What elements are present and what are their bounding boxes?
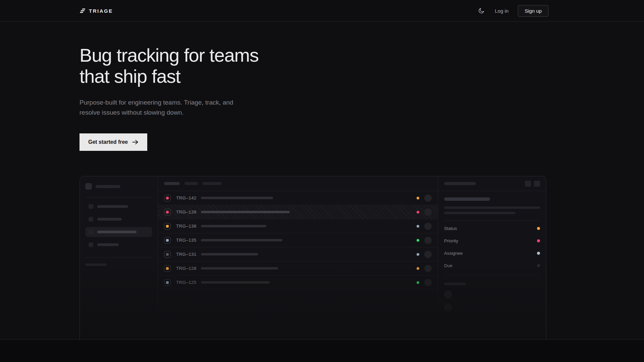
moon-icon bbox=[478, 7, 485, 14]
issue-title-skeleton bbox=[444, 197, 490, 201]
issue-title-skeleton bbox=[201, 211, 290, 213]
assignee-avatar bbox=[424, 237, 432, 244]
issue-row: TRG–142 bbox=[158, 191, 438, 205]
mockup-sidebar bbox=[80, 176, 158, 340]
status-dot bbox=[417, 267, 419, 270]
detail-field-row: Assignee bbox=[444, 247, 540, 259]
issue-row: TRG–139 bbox=[158, 205, 438, 219]
issue-id: TRG–128 bbox=[176, 266, 197, 271]
issue-type-icon bbox=[164, 251, 171, 258]
logo-icon bbox=[79, 8, 86, 14]
field-label: Due bbox=[444, 263, 452, 268]
field-label: Assignee bbox=[444, 251, 463, 256]
description-skeleton bbox=[444, 212, 516, 214]
hero-subtitle: Purpose-built for engineering teams. Tri… bbox=[79, 98, 233, 118]
logo[interactable]: TRIAGE bbox=[79, 0, 113, 21]
signup-button[interactable]: Sign up bbox=[518, 5, 548, 17]
panel-title-skeleton bbox=[444, 182, 476, 185]
issue-id: TRG–131 bbox=[176, 252, 197, 257]
issue-list-column: TRG–142 TRG–139 TRG–138 TRG–135 TRG–131 bbox=[158, 176, 438, 340]
nav-label-skeleton bbox=[97, 231, 137, 233]
nav-label-skeleton bbox=[97, 218, 122, 221]
issue-title-skeleton bbox=[201, 253, 258, 255]
status-dot bbox=[417, 253, 419, 256]
status-dot bbox=[417, 211, 419, 214]
issue-title-skeleton bbox=[201, 239, 282, 241]
issue-id: TRG–142 bbox=[176, 195, 197, 200]
issue-list: TRG–142 TRG–139 TRG–138 TRG–135 TRG–131 bbox=[158, 191, 438, 290]
sidebar-nav-item-active bbox=[85, 227, 152, 237]
brand-name: TRIAGE bbox=[89, 8, 113, 14]
status-dot bbox=[417, 281, 419, 284]
field-value-dot bbox=[537, 227, 540, 230]
tab-skeleton-active bbox=[164, 182, 180, 185]
theme-toggle-button[interactable] bbox=[477, 7, 485, 15]
issue-type-icon bbox=[164, 223, 171, 230]
issue-title-skeleton bbox=[201, 281, 270, 284]
sidebar-nav-item bbox=[85, 201, 152, 212]
panel-action-skeleton bbox=[525, 181, 531, 187]
comment-avatar-skeleton bbox=[444, 303, 452, 311]
sidebar-nav-item bbox=[85, 240, 152, 250]
sidebar-nav-item bbox=[85, 214, 152, 224]
nav-icon-skeleton bbox=[89, 242, 93, 247]
panel-body: Status Priority Assignee Due bbox=[438, 191, 546, 311]
field-value-dot bbox=[537, 264, 540, 267]
hero-section: Bug tracking for teams that ship fast Pu… bbox=[0, 21, 644, 340]
workspace-name-skeleton bbox=[96, 185, 120, 188]
issue-row: TRG–138 bbox=[158, 219, 438, 233]
sidebar-section-label-skeleton bbox=[85, 263, 107, 266]
issue-title-skeleton bbox=[201, 225, 266, 227]
comment-avatar-skeleton bbox=[444, 290, 452, 298]
cta-label: Get started free bbox=[88, 139, 128, 145]
login-link[interactable]: Log in bbox=[495, 8, 508, 14]
status-dot bbox=[417, 197, 419, 199]
issue-title-skeleton bbox=[201, 267, 278, 269]
detail-field-row: Due bbox=[444, 259, 540, 272]
field-value-dot bbox=[537, 239, 540, 242]
navbar: TRIAGE Log in Sign up bbox=[0, 0, 644, 21]
nav-icon-skeleton bbox=[89, 204, 93, 209]
page-footer bbox=[0, 340, 644, 362]
workspace-switcher-skeleton bbox=[85, 183, 152, 190]
issue-type-icon bbox=[164, 209, 171, 216]
issue-row: TRG–128 bbox=[158, 261, 438, 276]
list-tabs-skeleton bbox=[158, 176, 438, 191]
nav-actions: Log in Sign up bbox=[477, 0, 548, 21]
assignee-avatar bbox=[424, 208, 432, 216]
description-skeleton bbox=[444, 206, 540, 209]
hero-title: Bug tracking for teams that ship fast bbox=[79, 45, 259, 87]
tab-skeleton bbox=[203, 182, 222, 185]
issue-title-skeleton bbox=[201, 197, 273, 199]
comments-label-skeleton bbox=[444, 283, 466, 285]
get-started-button[interactable]: Get started free bbox=[79, 133, 147, 151]
status-dot bbox=[417, 225, 419, 228]
field-label: Priority bbox=[444, 238, 458, 243]
nav-label-skeleton bbox=[97, 243, 119, 246]
issue-row: TRG–125 bbox=[158, 276, 438, 290]
arrow-right-icon bbox=[132, 139, 139, 145]
panel-header bbox=[438, 176, 546, 191]
assignee-avatar bbox=[424, 279, 432, 286]
sidebar-divider bbox=[85, 197, 152, 197]
issue-type-icon bbox=[164, 237, 171, 244]
field-label: Status bbox=[444, 226, 457, 231]
panel-divider bbox=[444, 221, 540, 221]
issue-row: TRG–135 bbox=[158, 233, 438, 247]
issue-id: TRG–135 bbox=[176, 238, 197, 243]
panel-action-skeleton bbox=[534, 181, 540, 187]
issue-type-icon bbox=[164, 265, 171, 272]
assignee-avatar bbox=[424, 223, 432, 230]
panel-divider bbox=[444, 275, 540, 275]
tab-skeleton bbox=[184, 182, 198, 185]
sidebar-divider bbox=[85, 257, 152, 257]
assignee-avatar bbox=[424, 251, 432, 258]
nav-icon-skeleton bbox=[89, 217, 93, 222]
field-value-dot bbox=[537, 252, 540, 255]
nav-label-skeleton bbox=[97, 205, 128, 208]
assignee-avatar bbox=[424, 265, 432, 272]
app-mockup: TRG–142 TRG–139 TRG–138 TRG–135 TRG–131 bbox=[79, 176, 546, 340]
issue-id: TRG–125 bbox=[176, 280, 197, 285]
workspace-icon-skeleton bbox=[85, 183, 92, 190]
issue-id: TRG–139 bbox=[176, 209, 197, 215]
